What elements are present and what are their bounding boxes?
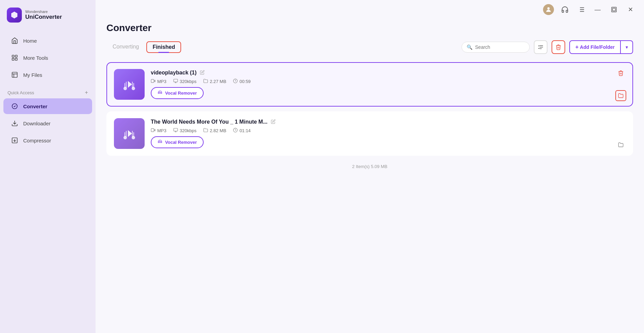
- file-thumb-2: [114, 118, 145, 149]
- search-icon: 🔍: [467, 44, 472, 50]
- clock-icon-1: [233, 79, 238, 84]
- file-meta-1: MP3 320kbps 2.27 MB: [151, 79, 626, 84]
- folder-icon-2: [203, 128, 208, 134]
- home-icon: [11, 37, 18, 44]
- vocal-remover-label-2: Vocal Remover: [165, 140, 197, 145]
- file-actions-1: [615, 68, 626, 101]
- vocal-remover-button-1[interactable]: Vocal Remover: [151, 87, 204, 99]
- sidebar-item-my-files[interactable]: My Files: [3, 67, 92, 83]
- add-file-group: + Add File/Folder ▾: [569, 40, 633, 54]
- file-duration-1: 00:59: [233, 79, 251, 84]
- quick-access-section: Quick Access +: [0, 83, 96, 98]
- vocal-remover-icon-1: [158, 90, 162, 96]
- file-info-1: videoplayback (1) MP3: [151, 70, 626, 99]
- file-name-row-1: videoplayback (1): [151, 70, 626, 76]
- svg-rect-25: [125, 83, 125, 88]
- svg-rect-44: [133, 132, 134, 137]
- tab-converting[interactable]: Converting: [106, 41, 145, 53]
- close-icon[interactable]: ✕: [625, 4, 636, 15]
- open-folder-icon-2[interactable]: [615, 139, 626, 150]
- delete-file-icon-1[interactable]: [615, 68, 626, 79]
- sidebar-item-home-label: Home: [23, 38, 37, 44]
- search-box[interactable]: 🔍: [462, 42, 530, 53]
- maximize-icon[interactable]: [609, 4, 619, 15]
- svg-rect-45: [151, 128, 154, 131]
- status-bar: 2 Item(s) 5.09 MB: [106, 161, 633, 172]
- file-name-1: videoplayback (1): [151, 70, 196, 76]
- svg-rect-0: [12, 55, 14, 57]
- file-bitrate-text-1: 320kbps: [180, 79, 196, 84]
- video-icon-1: [151, 79, 156, 84]
- svg-rect-18: [612, 7, 616, 12]
- svg-rect-4: [12, 72, 17, 78]
- add-file-label: Add File/Folder: [580, 44, 615, 50]
- file-duration-text-1: 00:59: [239, 79, 251, 84]
- edit-icon-2[interactable]: [271, 119, 276, 125]
- file-meta-2: MP3 320kbps 2.82 MB: [151, 128, 626, 134]
- add-file-dropdown-button[interactable]: ▾: [621, 40, 633, 54]
- file-bitrate-1: 320kbps: [173, 79, 196, 84]
- svg-point-11: [547, 7, 550, 10]
- video-icon-2: [151, 128, 156, 134]
- svg-rect-29: [151, 79, 154, 82]
- quick-access-add-icon[interactable]: +: [85, 89, 88, 96]
- file-format-1: MP3: [151, 79, 166, 84]
- bitrate-icon-2: [173, 128, 178, 134]
- my-files-icon: [11, 71, 18, 79]
- file-bitrate-text-2: 320kbps: [180, 128, 196, 133]
- more-tools-icon: [11, 54, 18, 61]
- add-file-button[interactable]: + Add File/Folder: [569, 40, 621, 54]
- vocal-remover-button-2[interactable]: Vocal Remover: [151, 136, 204, 148]
- file-duration-text-2: 01:14: [239, 128, 251, 133]
- file-size-text-2: 2.82 MB: [210, 128, 226, 133]
- open-folder-icon-1[interactable]: [615, 90, 626, 101]
- svg-rect-26: [126, 82, 127, 88]
- toolbar-row: Converting Finished 🔍: [106, 40, 633, 54]
- logo-area: Wondershare UniConverter: [0, 0, 96, 32]
- topbar: — ✕: [96, 0, 644, 19]
- chevron-down-icon: ▾: [626, 44, 628, 50]
- bitrate-icon-1: [173, 79, 178, 84]
- svg-rect-41: [125, 132, 125, 137]
- tab-finished-label: Finished: [152, 44, 175, 50]
- file-duration-2: 01:14: [233, 128, 251, 134]
- vocal-remover-icon-2: [158, 139, 162, 145]
- tabs: Converting Finished: [106, 41, 181, 53]
- search-input[interactable]: [475, 44, 523, 50]
- svg-rect-1: [15, 55, 17, 57]
- svg-rect-28: [133, 83, 134, 88]
- svg-rect-43: [132, 131, 133, 137]
- delete-button[interactable]: [552, 40, 565, 54]
- sidebar-item-compressor[interactable]: Compressor: [3, 133, 92, 148]
- tab-finished[interactable]: Finished: [146, 41, 181, 53]
- page-title: Converter: [106, 19, 633, 33]
- avatar[interactable]: [543, 4, 554, 15]
- svg-rect-27: [132, 82, 133, 88]
- sidebar-item-converter[interactable]: Converter: [3, 98, 92, 114]
- vocal-remover-label-1: Vocal Remover: [165, 91, 197, 96]
- minimize-icon[interactable]: —: [592, 4, 603, 15]
- list-icon[interactable]: [576, 4, 587, 15]
- clock-icon-2: [233, 128, 238, 134]
- headset-icon[interactable]: [559, 4, 570, 15]
- app-logo-icon: [7, 8, 22, 23]
- svg-rect-19: [613, 8, 615, 11]
- sidebar-item-converter-label: Converter: [23, 103, 47, 109]
- converter-icon: [11, 102, 18, 110]
- file-actions-2: [615, 117, 626, 150]
- quick-access-label: Quick Access: [8, 90, 34, 95]
- status-text: 2 Item(s) 5.09 MB: [352, 164, 387, 169]
- file-info-2: The World Needs More Of You _ 1 Minute M…: [151, 119, 626, 148]
- main-content: — ✕ Converter Converting Finished: [96, 0, 644, 333]
- edit-icon-1[interactable]: [200, 70, 205, 76]
- file-card-1: videoplayback (1) MP3: [106, 62, 633, 107]
- content-area: Converter Converting Finished 🔍: [96, 19, 644, 333]
- svg-rect-2: [12, 58, 14, 60]
- sort-button[interactable]: [534, 40, 547, 54]
- sidebar-item-more-tools[interactable]: More Tools: [3, 50, 92, 66]
- folder-icon-1: [203, 79, 208, 84]
- sidebar-item-home[interactable]: Home: [3, 33, 92, 48]
- file-card-2: The World Needs More Of You _ 1 Minute M…: [106, 111, 633, 156]
- plus-icon: +: [575, 44, 579, 50]
- sidebar-item-downloader[interactable]: Downloader: [3, 115, 92, 131]
